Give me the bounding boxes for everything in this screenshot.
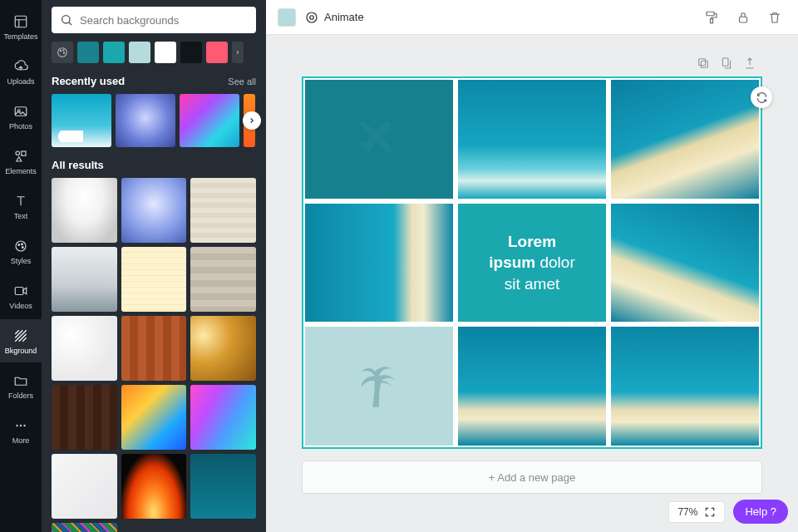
bg-thumb[interactable] xyxy=(121,454,187,519)
background-panel: Recently used See all All results xyxy=(42,0,266,532)
bg-thumb[interactable] xyxy=(52,454,117,519)
copy-page-button[interactable] xyxy=(718,55,735,71)
bg-thumb[interactable] xyxy=(121,178,187,243)
rail-templates[interactable]: Templates xyxy=(0,5,42,48)
canvas-page[interactable]: Lorem ipsum dolor sit amet xyxy=(302,76,762,449)
grid-cell[interactable] xyxy=(305,327,453,446)
bg-thumb[interactable] xyxy=(190,316,256,381)
color-swatch[interactable] xyxy=(180,42,202,63)
bottom-right-controls: 77% Help ? xyxy=(668,500,788,524)
bg-thumb[interactable] xyxy=(52,94,111,147)
rail-uploads[interactable]: Uploads xyxy=(0,50,42,93)
rail-label: Photos xyxy=(9,122,32,131)
templates-icon xyxy=(12,13,29,30)
bg-thumb[interactable] xyxy=(121,316,187,381)
fullscreen-icon xyxy=(704,506,716,518)
rail-label: Uploads xyxy=(7,77,34,86)
bg-thumb[interactable] xyxy=(52,247,117,312)
svg-point-15 xyxy=(60,51,61,52)
svg-rect-24 xyxy=(699,59,706,66)
grid-cell[interactable] xyxy=(305,80,453,199)
rail-photos[interactable]: Photos xyxy=(0,95,42,138)
zoom-value: 77% xyxy=(677,506,697,518)
grid-cell[interactable] xyxy=(305,204,453,323)
canvas-area: Animate Lorem ipsum dolo xyxy=(266,0,798,532)
svg-point-19 xyxy=(310,15,314,19)
duplicate-page-button[interactable] xyxy=(695,55,712,71)
search-input[interactable] xyxy=(80,14,248,27)
rail-styles[interactable]: Styles xyxy=(0,229,42,273)
add-page-label: + Add a new page xyxy=(489,471,575,484)
bg-thumb[interactable] xyxy=(116,94,175,147)
lock-button[interactable] xyxy=(732,6,755,29)
refresh-icon xyxy=(756,91,768,104)
bg-thumb[interactable] xyxy=(190,178,256,243)
bg-thumb[interactable] xyxy=(190,385,256,450)
bg-thumb[interactable] xyxy=(52,316,117,381)
bg-thumb[interactable] xyxy=(180,94,239,147)
svg-point-8 xyxy=(22,246,23,248)
share-page-button[interactable] xyxy=(741,55,758,71)
color-swatch[interactable] xyxy=(155,42,176,63)
color-swatch[interactable] xyxy=(129,42,150,63)
swatch-next[interactable] xyxy=(232,42,244,63)
add-color-swatch[interactable] xyxy=(52,42,73,63)
page-grid: Lorem ipsum dolor sit amet xyxy=(305,80,759,446)
styles-icon xyxy=(12,238,29,254)
bg-thumb[interactable] xyxy=(121,247,187,312)
animate-icon xyxy=(304,10,319,25)
rail-text[interactable]: Text xyxy=(0,185,42,228)
text-content: Lorem ipsum dolor sit amet xyxy=(489,231,574,295)
grid-cell[interactable] xyxy=(611,327,759,446)
color-swatch[interactable] xyxy=(103,42,125,63)
rail-videos[interactable]: Videos xyxy=(0,274,42,318)
zoom-control[interactable]: 77% xyxy=(668,501,725,523)
rail-folders[interactable]: Folders xyxy=(0,364,42,407)
see-all-link[interactable]: See all xyxy=(228,76,256,86)
bg-thumb[interactable] xyxy=(190,247,256,312)
grid-cell[interactable] xyxy=(611,80,759,199)
bg-thumb[interactable] xyxy=(52,385,117,450)
svg-rect-0 xyxy=(15,16,27,27)
grid-cell-text[interactable]: Lorem ipsum dolor sit amet xyxy=(458,204,606,323)
color-swatch[interactable] xyxy=(206,42,228,63)
svg-point-14 xyxy=(58,48,67,57)
bg-thumb[interactable] xyxy=(190,454,256,519)
svg-point-3 xyxy=(16,151,20,155)
recently-used-row xyxy=(52,94,256,147)
rail-elements[interactable]: Elements xyxy=(0,140,42,183)
recently-used-header: Recently used See all xyxy=(52,75,256,87)
background-color-chip[interactable] xyxy=(278,8,296,27)
svg-rect-22 xyxy=(740,17,747,22)
add-page-button[interactable]: + Add a new page xyxy=(302,461,762,494)
bg-thumb[interactable] xyxy=(121,385,187,450)
uploads-icon xyxy=(12,58,29,75)
recent-next[interactable] xyxy=(243,111,261,130)
help-button[interactable]: Help ? xyxy=(733,500,788,524)
animate-label: Animate xyxy=(324,11,364,23)
rail-more[interactable]: More xyxy=(0,409,42,452)
stage[interactable]: Lorem ipsum dolor sit amet + Add a new p… xyxy=(266,35,798,532)
bg-thumb[interactable] xyxy=(52,178,117,243)
format-painter-button[interactable] xyxy=(700,6,723,29)
animate-button[interactable]: Animate xyxy=(304,10,364,25)
help-label: Help ? xyxy=(745,505,776,518)
sync-button[interactable] xyxy=(751,86,772,108)
svg-point-11 xyxy=(20,424,22,426)
topbar: Animate xyxy=(266,0,798,35)
rail-background[interactable]: Bkground xyxy=(0,319,42,362)
palette-icon xyxy=(56,46,69,59)
color-swatch[interactable] xyxy=(77,42,99,63)
svg-rect-25 xyxy=(722,58,728,66)
page-tools xyxy=(695,55,758,71)
rail-label: Text xyxy=(14,212,28,220)
rail-label: More xyxy=(12,436,30,445)
svg-point-10 xyxy=(16,424,17,426)
bg-thumb[interactable] xyxy=(52,523,117,532)
grid-cell[interactable] xyxy=(458,327,606,446)
delete-button[interactable] xyxy=(763,6,786,29)
search-bar[interactable] xyxy=(52,7,256,33)
photos-icon xyxy=(12,103,29,120)
grid-cell[interactable] xyxy=(458,80,606,199)
grid-cell[interactable] xyxy=(611,204,759,323)
